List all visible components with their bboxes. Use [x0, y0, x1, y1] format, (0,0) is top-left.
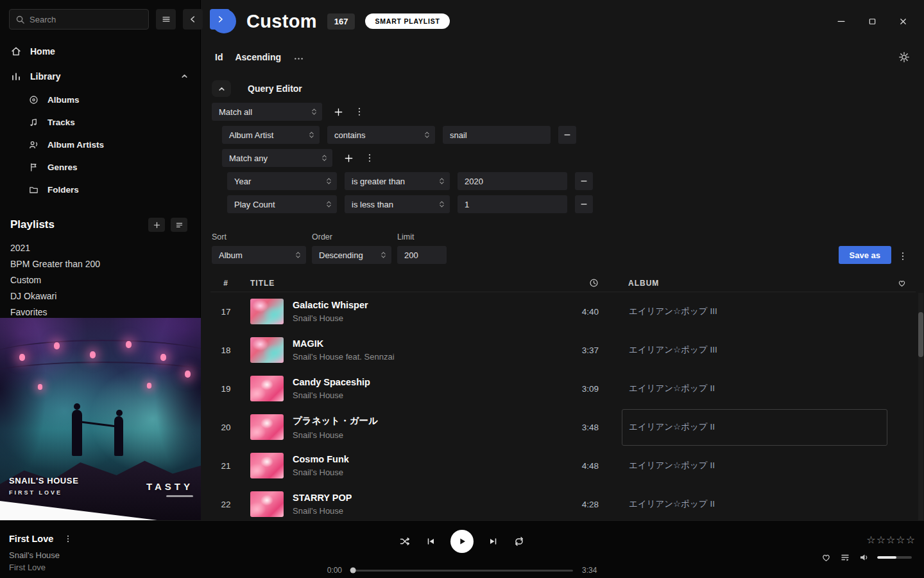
- save-options-button[interactable]: [897, 249, 909, 264]
- remove-rule-button[interactable]: [558, 126, 576, 144]
- track-artist: Snail's House: [293, 430, 378, 440]
- track-favorite-cell[interactable]: [887, 485, 916, 520]
- play-pause-button[interactable]: [450, 530, 474, 553]
- rule-value-input[interactable]: [458, 172, 567, 190]
- table-row[interactable]: 18 MAGIK Snail's House feat. Sennzai 3:3…: [210, 331, 916, 369]
- repeat-button[interactable]: [513, 536, 525, 547]
- track-favorite-cell[interactable]: [887, 331, 916, 369]
- sidebar-item-tracks[interactable]: Tracks: [0, 111, 200, 134]
- volume-button[interactable]: [859, 552, 869, 563]
- rule-operator-select[interactable]: is less than: [345, 195, 450, 213]
- select-chevrons-icon: [321, 153, 327, 162]
- add-playlist-button[interactable]: [148, 218, 165, 232]
- search-input[interactable]: [30, 15, 142, 24]
- track-album-cell[interactable]: エイリアン☆ポップ II: [622, 448, 887, 484]
- playlist-list-button[interactable]: [171, 218, 187, 232]
- nested-match-mode-select[interactable]: Match any: [222, 149, 332, 167]
- add-nested-rule-button[interactable]: [341, 150, 356, 166]
- sidebar-item-folders[interactable]: Folders: [0, 179, 200, 201]
- rating-star[interactable]: ☆: [896, 534, 905, 546]
- sidebar-item-album-artists[interactable]: Album Artists: [0, 134, 200, 156]
- minimize-button[interactable]: [835, 15, 847, 27]
- column-header-favorite[interactable]: [887, 278, 916, 288]
- maximize-button[interactable]: [866, 15, 878, 27]
- seek-handle[interactable]: [350, 568, 356, 574]
- column-header-title[interactable]: TITLE: [241, 279, 547, 288]
- rule-field-select[interactable]: Play Count: [227, 195, 337, 213]
- track-favorite-cell[interactable]: [887, 292, 916, 331]
- scrollbar-thumb[interactable]: [918, 312, 923, 357]
- page-title: Custom: [246, 11, 317, 32]
- search-box[interactable]: [9, 9, 149, 30]
- sidebar-item-home[interactable]: Home: [0, 39, 200, 64]
- match-mode-select[interactable]: Match all: [212, 103, 322, 121]
- save-as-button[interactable]: Save as: [839, 246, 891, 264]
- order-select[interactable]: Descending: [312, 246, 391, 264]
- sort-direction-button[interactable]: Ascending: [235, 52, 281, 62]
- rating-star[interactable]: ☆: [866, 534, 875, 546]
- sort-field-button[interactable]: Id: [215, 52, 223, 62]
- table-row[interactable]: 17 Galactic Whisper Snail's House 4:40 エ…: [210, 292, 916, 331]
- sort-select[interactable]: Album: [212, 246, 306, 264]
- sidebar-item-label: Tracks: [47, 118, 75, 127]
- scrollbar[interactable]: [918, 293, 923, 520]
- track-album-cell[interactable]: エイリアン☆ポップ III: [622, 332, 887, 369]
- nav-back-button[interactable]: [183, 9, 203, 30]
- rule-field-select[interactable]: Year: [227, 172, 337, 190]
- sidebar-item-library[interactable]: Library: [0, 64, 200, 89]
- chevron-up-icon[interactable]: [180, 72, 189, 80]
- sidebar-item-genres[interactable]: Genres: [0, 156, 200, 179]
- volume-slider[interactable]: [877, 556, 912, 559]
- track-favorite-cell[interactable]: [887, 446, 916, 485]
- rule-value-input[interactable]: [458, 195, 567, 213]
- limit-input[interactable]: [397, 246, 447, 264]
- more-options-button[interactable]: [293, 52, 304, 63]
- playlist-item[interactable]: BPM Greater than 200: [0, 256, 200, 272]
- table-row[interactable]: 22 STARRY POP Snail's House 4:28 エイリアン☆ポ…: [210, 485, 916, 520]
- track-album-cell[interactable]: エイリアン☆ポップ II: [622, 371, 887, 407]
- track-album-cell[interactable]: エイリアン☆ポップ II: [622, 486, 887, 521]
- rating-stars: ☆ ☆ ☆ ☆ ☆: [866, 534, 915, 546]
- rule-operator-select[interactable]: contains: [327, 126, 435, 144]
- nav-forward-button[interactable]: [210, 9, 230, 30]
- rule-value-input[interactable]: [443, 126, 551, 144]
- close-button[interactable]: [897, 15, 909, 27]
- column-header-album[interactable]: ALBUM: [599, 279, 887, 288]
- table-row[interactable]: 20 プラネット・ガール Snail's House 3:48 エイリアン☆ポッ…: [210, 408, 916, 446]
- remove-rule-button[interactable]: [575, 195, 593, 213]
- queue-button[interactable]: [840, 552, 850, 563]
- track-favorite-cell[interactable]: [887, 408, 916, 446]
- favorite-button[interactable]: [821, 552, 832, 563]
- table-row[interactable]: 19 Candy Spaceship Snail's House 3:09 エイ…: [210, 369, 916, 408]
- rating-star[interactable]: ☆: [877, 534, 886, 546]
- rating-star[interactable]: ☆: [886, 534, 895, 546]
- next-button[interactable]: [488, 536, 499, 547]
- previous-button[interactable]: [425, 536, 436, 547]
- nested-group-options-button[interactable]: [364, 150, 375, 166]
- playlist-item[interactable]: 2021: [0, 240, 200, 256]
- track-album-cell[interactable]: エイリアン☆ポップ III: [622, 293, 887, 330]
- rule-operator-select[interactable]: is greater than: [345, 172, 450, 190]
- now-playing-options-button[interactable]: [62, 531, 74, 547]
- now-playing-cover-art[interactable]: SNAIL'S HOUSE FIRST LOVE TASTY: [0, 318, 201, 520]
- track-favorite-cell[interactable]: [887, 369, 916, 408]
- column-header-duration[interactable]: [547, 278, 599, 288]
- menu-button[interactable]: [156, 9, 176, 30]
- sidebar-item-albums[interactable]: Albums: [0, 89, 200, 111]
- rating-star[interactable]: ☆: [906, 534, 915, 546]
- chevron-up-icon: [218, 85, 226, 93]
- table-row[interactable]: 21 Cosmo Funk Snail's House 4:48 エイリアン☆ポ…: [210, 446, 916, 485]
- group-options-button[interactable]: [354, 104, 365, 119]
- settings-button[interactable]: [898, 51, 910, 63]
- collapse-query-editor-button[interactable]: [212, 80, 231, 97]
- track-album-cell[interactable]: エイリアン☆ポップ II: [622, 409, 887, 446]
- column-header-number[interactable]: #: [210, 279, 241, 288]
- shuffle-button[interactable]: [399, 536, 411, 547]
- playlist-item[interactable]: Custom: [0, 272, 200, 288]
- remove-rule-button[interactable]: [575, 172, 593, 190]
- playlist-item[interactable]: DJ Okawari: [0, 288, 200, 304]
- player-right-controls: [821, 552, 912, 563]
- rule-field-select[interactable]: Album Artist: [222, 126, 320, 144]
- add-rule-button[interactable]: [330, 103, 346, 120]
- seek-bar[interactable]: [351, 570, 573, 572]
